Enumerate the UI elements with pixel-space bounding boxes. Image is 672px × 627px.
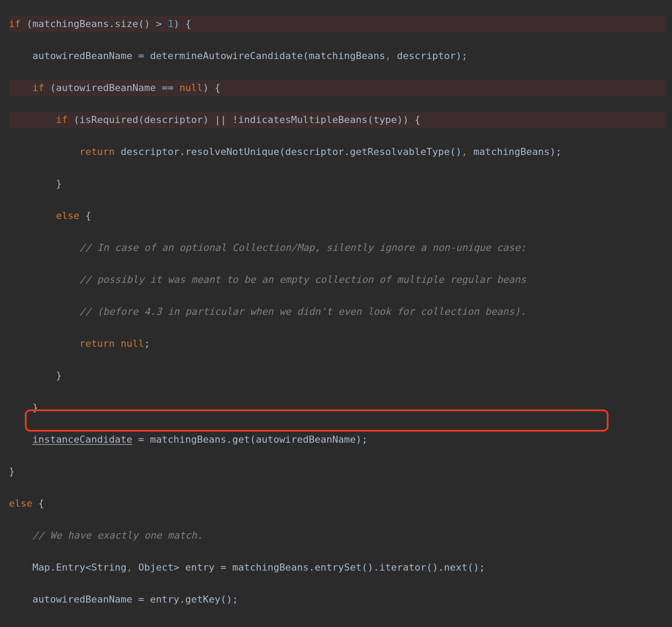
code-line: autowiredBeanName = entry.getKey(); <box>9 591 666 607</box>
code-line: if (isRequired(descriptor) || !indicates… <box>9 112 666 128</box>
code-line: Map.Entry<String, Object> entry = matchi… <box>9 560 666 575</box>
code-editor[interactable]: if (matchingBeans.size() > 1) { autowire… <box>0 0 672 627</box>
code-line: } <box>9 368 666 384</box>
code-line: return null; <box>9 336 666 352</box>
code-line: // We have exactly one match. <box>9 528 666 544</box>
code-line: instanceCandidate = matchingBeans.get(au… <box>9 432 666 448</box>
code-line: instanceCandidate = entry.getValue(); <box>9 623 666 627</box>
code-line: return descriptor.resolveNotUnique(descr… <box>9 144 666 160</box>
code-line: else { <box>9 208 666 224</box>
code-line: // (before 4.3 in particular when we did… <box>9 304 666 320</box>
code-line: } <box>9 464 666 480</box>
code-line: } <box>9 176 666 192</box>
code-line: else { <box>9 496 666 512</box>
code-line: if (matchingBeans.size() > 1) { <box>9 16 666 32</box>
code-line: // In case of an optional Collection/Map… <box>9 240 666 256</box>
code-line: // possibly it was meant to be an empty … <box>9 272 666 288</box>
code-line: if (autowiredBeanName == null) { <box>9 80 666 96</box>
code-line: autowiredBeanName = determineAutowireCan… <box>9 48 666 64</box>
code-line: } <box>9 400 666 416</box>
